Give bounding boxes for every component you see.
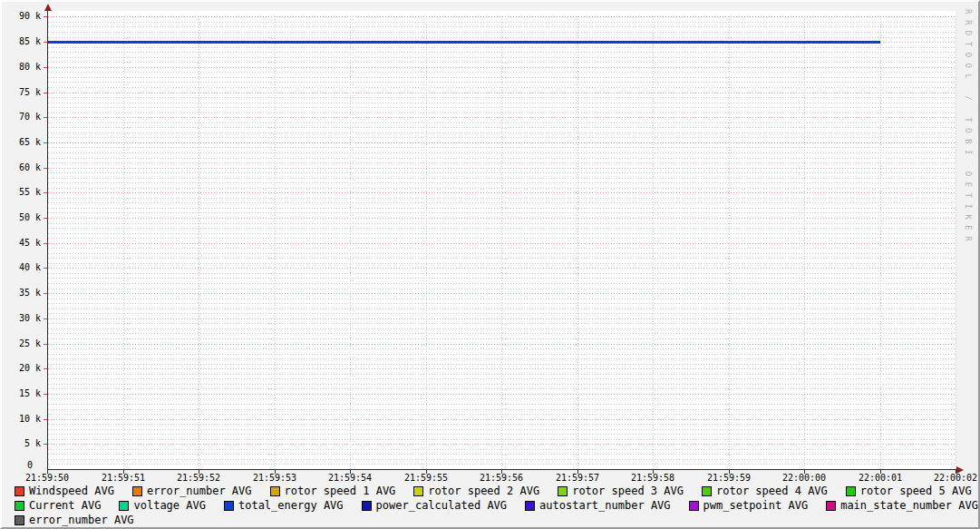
y-axis-tick — [44, 394, 47, 395]
y-axis-tick — [44, 117, 47, 118]
y-axis-label: 90 k — [5, 12, 41, 21]
y-axis-label: 50 k — [5, 213, 41, 222]
y-axis-label: 5 k — [5, 439, 41, 448]
x-axis-label: 21:59:54 — [318, 473, 382, 483]
y-axis-tick — [44, 168, 47, 169]
y-axis-tick — [44, 268, 47, 269]
legend-item-label: pwm_setpoint AVG — [703, 500, 809, 512]
series-line-total-energy-avg — [47, 41, 880, 44]
legend-item-label: rotor speed 5 AVG — [860, 485, 972, 497]
y-axis-tick — [44, 192, 47, 193]
gridline-vertical — [880, 16, 881, 469]
y-axis-label: 20 k — [5, 364, 41, 373]
x-axis-label: 21:59:56 — [470, 473, 533, 483]
y-axis-tick — [44, 444, 47, 445]
y-axis-tick — [44, 293, 47, 294]
legend-swatch — [119, 501, 129, 511]
legend-item: total_energy AVG — [224, 500, 344, 512]
legend-item: rotor speed 2 AVG — [413, 485, 539, 497]
legend-swatch — [413, 486, 423, 496]
legend-row: Current AVGvoltage AVGtotal_energy AVGpo… — [15, 500, 978, 512]
y-axis-label: 40 k — [5, 263, 41, 272]
y-axis-label: 15 k — [5, 389, 41, 398]
legend-row: Windspeed AVGerror_number AVGrotor speed… — [15, 485, 978, 497]
legend-item-label: voltage AVG — [133, 500, 205, 512]
legend-swatch — [846, 486, 856, 496]
legend-swatch — [689, 501, 699, 511]
x-axis-label: 21:59:58 — [621, 473, 684, 483]
legend-item-label: Windspeed AVG — [29, 485, 114, 497]
y-axis-tick — [44, 368, 47, 369]
y-axis-tick — [44, 42, 47, 43]
y-axis-tick — [44, 142, 47, 143]
legend-swatch — [15, 486, 24, 496]
legend-item-label: rotor speed 1 AVG — [285, 485, 396, 497]
legend-item-label: error_number AVG — [29, 514, 134, 526]
legend-item-label: rotor speed 3 AVG — [572, 485, 684, 497]
gridline-vertical — [275, 16, 276, 469]
legend-item-label: main_state_number AVG — [840, 500, 978, 512]
legend-item-label: autostart_number AVG — [539, 500, 671, 512]
y-axis-label: 25 k — [5, 339, 41, 348]
gridline-vertical — [729, 16, 730, 469]
legend-swatch — [270, 486, 280, 496]
legend-swatch — [826, 501, 836, 511]
legend-swatch — [525, 501, 535, 511]
legend-item-label: total_energy AVG — [238, 500, 344, 512]
y-axis-tick — [44, 243, 47, 244]
gridline-vertical — [501, 16, 502, 469]
y-axis-label: 70 k — [5, 113, 41, 122]
rrdtool-graph: 05 k10 k15 k20 k25 k30 k35 k40 k45 k50 k… — [0, 0, 980, 529]
legend-item: main_state_number AVG — [826, 500, 978, 512]
x-axis-label: 21:59:52 — [167, 473, 230, 483]
y-axis-tick — [44, 67, 47, 68]
legend-item: voltage AVG — [119, 500, 205, 512]
y-axis-label: 35 k — [5, 289, 41, 298]
x-axis-label: 22:00:01 — [849, 473, 912, 483]
legend-swatch — [224, 501, 234, 511]
x-axis-label: 21:59:57 — [546, 473, 609, 483]
gridline-vertical — [350, 16, 351, 469]
legend-item: error_number AVG — [15, 514, 134, 526]
legend-item: Windspeed AVG — [15, 485, 114, 497]
x-axis-label: 22:00:00 — [772, 473, 836, 483]
legend-swatch — [132, 486, 142, 496]
gridline-vertical — [199, 16, 199, 469]
legend-item: error_number AVG — [132, 485, 252, 497]
gridline-vertical — [123, 16, 124, 469]
x-axis-label: 21:59:53 — [243, 473, 306, 483]
legend-item-label: rotor speed 4 AVG — [716, 485, 828, 497]
y-axis-tick — [44, 93, 47, 93]
legend-item: power_calculated AVG — [362, 500, 508, 512]
legend-item: autostart_number AVG — [525, 500, 671, 512]
legend-item-label: error_number AVG — [147, 485, 252, 497]
legend-item-label: Current AVG — [29, 500, 101, 512]
legend-item: rotor speed 1 AVG — [270, 485, 396, 497]
gridline-vertical — [956, 16, 956, 469]
gridline-vertical — [804, 16, 805, 469]
gridline-vertical — [653, 16, 654, 469]
y-axis-tick — [44, 419, 47, 420]
x-axis-label: 21:59:50 — [15, 473, 79, 483]
y-axis-label: 55 k — [5, 188, 41, 197]
y-axis-label: 75 k — [5, 88, 41, 97]
legend-swatch — [558, 486, 568, 496]
y-axis-arrow-icon — [44, 4, 52, 11]
y-axis-label: 10 k — [5, 415, 41, 424]
gridline-vertical — [577, 16, 578, 469]
x-axis-label: 21:59:59 — [697, 473, 761, 483]
y-axis-label: 0 — [0, 461, 33, 470]
legend-item: pwm_setpoint AVG — [689, 500, 809, 512]
y-axis-label: 30 k — [5, 314, 41, 323]
y-axis-tick — [44, 16, 47, 17]
watermark: RRDTOOL / TOBI OETIKER — [964, 9, 973, 247]
legend-item-label: power_calculated AVG — [376, 500, 508, 512]
legend-item: rotor speed 5 AVG — [846, 485, 972, 497]
x-axis-label: 21:59:51 — [92, 473, 155, 483]
x-axis-label: 22:00:02 — [924, 473, 980, 483]
legend-swatch — [702, 486, 712, 496]
gridline-vertical — [426, 16, 427, 469]
x-axis-label: 21:59:55 — [394, 473, 458, 483]
legend-item: Current AVG — [15, 500, 101, 512]
y-axis-label: 60 k — [5, 163, 41, 172]
